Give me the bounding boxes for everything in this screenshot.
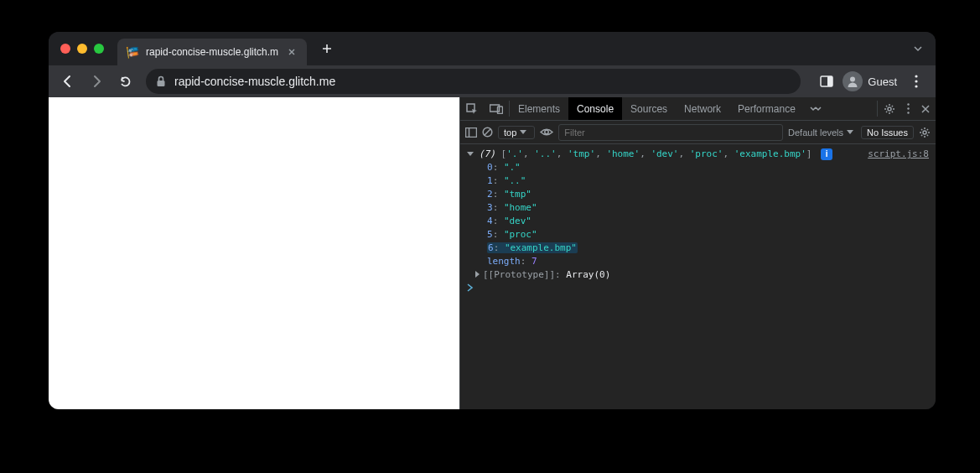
console-settings-icon[interactable] — [919, 127, 931, 138]
new-tab-button[interactable] — [315, 37, 339, 60]
chevron-down-icon — [847, 130, 853, 134]
browser-tab[interactable]: 🎏 rapid-concise-muscle.glitch.m — [117, 39, 307, 65]
array-entry-row: 2: "tmp" — [460, 188, 936, 201]
tab-favicon: 🎏 — [126, 45, 139, 59]
svg-point-10 — [888, 107, 891, 111]
array-entry-row: 0: "." — [460, 161, 936, 174]
content-area: Elements Console Sources Network Perform… — [49, 97, 936, 409]
devtools-close-icon[interactable] — [915, 97, 936, 120]
array-length-row: length: 7 — [460, 255, 936, 268]
svg-point-19 — [923, 131, 926, 134]
issues-button[interactable]: No Issues — [861, 126, 914, 139]
svg-rect-9 — [498, 107, 503, 114]
svg-point-11 — [907, 103, 909, 105]
info-badge-icon[interactable]: i — [821, 148, 832, 160]
log-levels-selector[interactable]: Default levels — [788, 127, 856, 138]
devtools-tabs: Elements Console Sources Network Perform… — [460, 97, 936, 121]
profile-label: Guest — [868, 75, 897, 88]
devtools-menu-icon[interactable] — [901, 97, 915, 120]
console-toolbar: top Default levels No Issues — [460, 121, 936, 144]
levels-label: Default levels — [788, 127, 843, 138]
more-tabs-icon[interactable] — [804, 97, 827, 120]
svg-line-17 — [485, 129, 490, 135]
tab-network[interactable]: Network — [676, 97, 729, 120]
reload-button[interactable] — [112, 69, 137, 94]
svg-point-6 — [915, 85, 917, 87]
tab-performance[interactable]: Performance — [729, 97, 804, 120]
tab-console[interactable]: Console — [568, 97, 622, 120]
console-prompt[interactable] — [460, 282, 936, 294]
svg-point-3 — [850, 77, 855, 82]
back-button[interactable] — [55, 69, 80, 94]
address-bar[interactable]: rapid-concise-muscle.glitch.me — [146, 69, 801, 94]
devtools-settings-icon[interactable] — [878, 97, 901, 120]
prototype-row[interactable]: [[Prototype]]: Array(0) — [460, 268, 936, 282]
tab-elements[interactable]: Elements — [510, 97, 568, 120]
console-output[interactable]: (7) ['.', '..', 'tmp', 'home', 'dev', 'p… — [460, 144, 936, 409]
clear-console-icon[interactable] — [482, 127, 493, 138]
array-entry-row: 5: "proc" — [460, 228, 936, 242]
maximize-window-button[interactable] — [94, 44, 104, 54]
inspect-element-icon[interactable] — [460, 97, 484, 120]
chevron-down-icon — [520, 130, 526, 134]
array-summary: (7) ['.', '..', 'tmp', 'home', 'dev', 'p… — [479, 148, 859, 161]
array-entry-row: 1: ".." — [460, 174, 936, 188]
browser-toolbar: rapid-concise-muscle.glitch.me Guest — [49, 65, 936, 97]
profile-button[interactable]: Guest — [841, 69, 902, 94]
context-selector[interactable]: top — [498, 126, 535, 139]
svg-point-18 — [545, 130, 548, 133]
page-viewport[interactable] — [49, 97, 459, 409]
close-window-button[interactable] — [60, 44, 70, 54]
svg-rect-14 — [466, 127, 477, 137]
browser-menu-button[interactable] — [904, 69, 929, 94]
close-tab-button[interactable] — [285, 45, 298, 59]
tab-strip: 🎏 rapid-concise-muscle.glitch.m — [49, 32, 936, 65]
toolbar-right: Guest — [814, 69, 929, 94]
expand-toggle-icon[interactable] — [467, 152, 474, 156]
svg-point-13 — [907, 112, 909, 113]
svg-point-5 — [915, 80, 917, 82]
array-entry-row: 6: "example.bmp" — [460, 242, 936, 255]
array-entry-row: 3: "home" — [460, 201, 936, 215]
live-expression-icon[interactable] — [540, 127, 553, 137]
devtools-panel: Elements Console Sources Network Perform… — [459, 97, 936, 409]
source-link[interactable]: script.js:8 — [859, 148, 929, 161]
filter-input[interactable] — [558, 124, 783, 141]
side-panel-icon[interactable] — [814, 69, 839, 94]
window-dropdown-icon[interactable] — [912, 32, 924, 65]
expand-toggle-icon[interactable] — [475, 271, 480, 278]
browser-window: 🎏 rapid-concise-muscle.glitch.m rapi — [49, 32, 936, 409]
tab-sources[interactable]: Sources — [622, 97, 676, 120]
console-sidebar-toggle-icon[interactable] — [465, 127, 477, 138]
minimize-window-button[interactable] — [77, 44, 87, 54]
console-log-row[interactable]: (7) ['.', '..', 'tmp', 'home', 'dev', 'p… — [460, 148, 936, 161]
context-label: top — [504, 127, 516, 138]
avatar-icon — [843, 71, 863, 91]
window-controls — [60, 44, 104, 54]
array-entry-row: 4: "dev" — [460, 215, 936, 228]
svg-point-12 — [907, 107, 909, 109]
tab-title: rapid-concise-muscle.glitch.m — [146, 46, 278, 58]
device-toolbar-icon[interactable] — [484, 97, 509, 120]
forward-button[interactable] — [84, 69, 109, 94]
svg-point-4 — [915, 75, 917, 77]
lock-icon — [156, 75, 166, 87]
svg-rect-2 — [827, 76, 832, 86]
svg-rect-0 — [158, 81, 165, 86]
url-text: rapid-concise-muscle.glitch.me — [174, 75, 335, 88]
